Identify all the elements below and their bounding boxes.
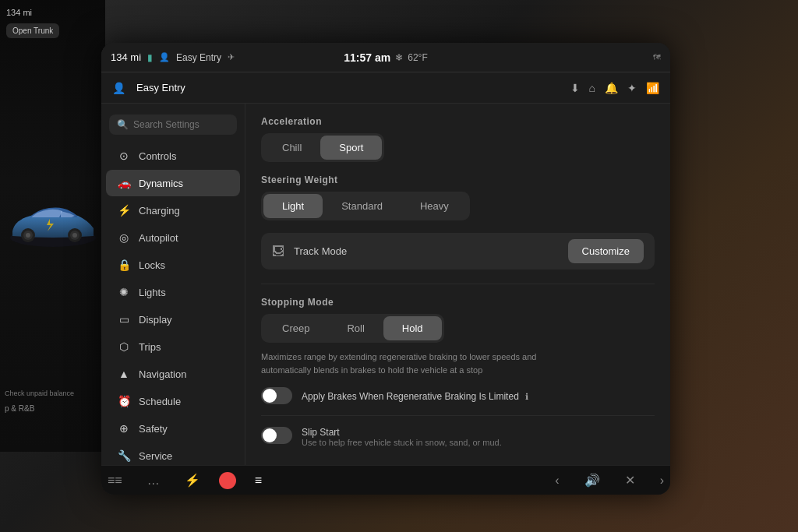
weather-icon: ❄ <box>395 52 403 63</box>
navigation-icon: ▲ <box>117 368 131 380</box>
sidebar-label-charging: Charging <box>139 205 180 217</box>
taskbar-prev-icon[interactable]: ‹ <box>549 470 565 491</box>
lights-icon: ✺ <box>117 286 131 298</box>
charging-icon: ⚡ <box>117 204 131 217</box>
nav-profile-icon: 👤 <box>112 82 125 94</box>
sidebar-label-autopilot: Autopilot <box>139 232 178 244</box>
search-bar[interactable]: 🔍 <box>109 115 237 135</box>
taskbar-next-icon[interactable]: › <box>654 470 670 491</box>
stopping-mode-label: Stopping Mode <box>261 297 655 308</box>
bell-icon[interactable]: 🔔 <box>605 82 618 94</box>
apply-brakes-row: Apply Brakes When Regenerative Braking I… <box>261 387 655 416</box>
check-balance-text: Check unpaid balance <box>5 389 74 397</box>
taskbar-dots-icon[interactable]: … <box>141 470 166 491</box>
download-icon[interactable]: ⬇ <box>570 82 580 94</box>
apply-brakes-label: Apply Brakes When Regenerative Braking I… <box>302 391 519 402</box>
acceleration-button-group: Chill Sport <box>261 133 384 162</box>
stopping-hold-button[interactable]: Hold <box>383 316 442 340</box>
divider-1 <box>261 284 655 284</box>
svg-point-6 <box>72 233 77 238</box>
slip-start-label: Slip Start <box>302 427 502 438</box>
sidebar-label-controls: Controls <box>139 150 176 162</box>
sidebar-item-service[interactable]: 🔧 Service <box>106 442 240 465</box>
locks-icon: 🔒 <box>117 259 131 271</box>
taskbar-grid-icon[interactable]: ≡ <box>249 470 268 491</box>
taskbar-media-icon[interactable]: ▶ <box>219 472 236 489</box>
sidebar: 🔍 ⊙ Controls 🚗 Dynamics ⚡ Charging ◎ Aut… <box>101 104 245 465</box>
sidebar-item-navigation[interactable]: ▲ Navigation <box>106 361 240 387</box>
car-mini-status: 134 mi <box>6 8 99 20</box>
info-icon[interactable]: ℹ <box>525 392 528 401</box>
taskbar-volume-icon[interactable]: 🔊 <box>578 470 606 491</box>
display-icon: ▭ <box>117 313 131 326</box>
sidebar-label-safety: Safety <box>139 423 168 435</box>
nav-icons: ⬇ ⌂ 🔔 ✦ 📶 <box>570 82 659 94</box>
taskbar-mute-icon[interactable]: ✕ <box>619 470 641 491</box>
status-bar: 134 mi ▮ 👤 Easy Entry ✈ 11:57 am ❄ 62°F … <box>101 43 670 72</box>
status-bar-center: 11:57 am ❄ 62°F <box>344 51 427 64</box>
home-icon[interactable]: ⌂ <box>589 82 595 94</box>
sidebar-item-display[interactable]: ▭ Display <box>106 306 240 333</box>
trips-icon: ⬡ <box>117 340 131 353</box>
sidebar-label-schedule: Schedule <box>139 396 181 407</box>
apply-brakes-label-container: Apply Brakes When Regenerative Braking I… <box>302 389 528 403</box>
open-trunk-button[interactable]: Open Trunk <box>6 23 59 38</box>
sidebar-label-dynamics: Dynamics <box>139 178 183 189</box>
taskbar-menu-icon[interactable]: ≡≡ <box>101 470 129 491</box>
car-display-area: 134 mi Open Trunk <box>0 0 105 452</box>
sidebar-label-trips: Trips <box>139 341 161 353</box>
sidebar-item-lights[interactable]: ✺ Lights <box>106 279 240 305</box>
sidebar-item-charging[interactable]: ⚡ Charging <box>106 197 240 224</box>
acceleration-label: Acceleration <box>261 116 655 127</box>
schedule-icon: ⏰ <box>117 395 131 407</box>
status-bar-left: 134 mi ▮ 👤 Easy Entry ✈ <box>111 51 337 63</box>
sidebar-item-autopilot[interactable]: ◎ Autopilot <box>106 224 240 251</box>
sidebar-item-dynamics[interactable]: 🚗 Dynamics <box>106 170 240 196</box>
steering-heavy-button[interactable]: Heavy <box>401 194 468 218</box>
track-mode-row: ⛾ Track Mode Customize <box>261 233 655 270</box>
sidebar-item-safety[interactable]: ⊕ Safety <box>106 415 240 442</box>
sidebar-item-schedule[interactable]: ⏰ Schedule <box>106 388 240 414</box>
safety-icon: ⊕ <box>117 422 131 435</box>
acceleration-sport-button[interactable]: Sport <box>320 136 382 160</box>
customize-button[interactable]: Customize <box>568 239 644 263</box>
sidebar-item-trips[interactable]: ⬡ Trips <box>106 333 240 360</box>
stopping-mode-description: Maximizes range by extending regenerativ… <box>261 351 542 376</box>
settings-panel: Acceleration Chill Sport Steering Weight… <box>245 104 670 465</box>
track-mode-icon: ⛾ <box>272 245 284 259</box>
main-screen: 134 mi ▮ 👤 Easy Entry ✈ 11:57 am ❄ 62°F … <box>101 43 670 495</box>
sidebar-item-locks[interactable]: 🔒 Locks <box>106 252 240 278</box>
search-icon: 🔍 <box>117 119 129 130</box>
sidebar-label-lights: Lights <box>139 287 166 298</box>
time-display: 11:57 am <box>344 51 390 64</box>
acceleration-chill-button[interactable]: Chill <box>263 136 320 160</box>
sidebar-label-display: Display <box>139 314 172 326</box>
stopping-roll-button[interactable]: Roll <box>328 316 383 340</box>
battery-display: 134 mi <box>6 8 99 17</box>
bluetooth-icon[interactable]: ✦ <box>627 82 637 94</box>
steering-standard-button[interactable]: Standard <box>323 194 401 218</box>
nav-title: Easy Entry <box>136 82 185 93</box>
map-area: 🗺 <box>653 53 661 62</box>
slip-start-toggle[interactable] <box>261 427 292 444</box>
search-input[interactable] <box>133 119 229 130</box>
steering-light-button[interactable]: Light <box>263 194 323 218</box>
taskbar: ≡≡ … ⚡ ▶ ≡ ‹ 🔊 ✕ › <box>101 465 670 495</box>
sidebar-label-service: Service <box>139 450 172 462</box>
track-mode-label: Track Mode <box>294 245 559 257</box>
nav-bar: 👤 Easy Entry ⬇ ⌂ 🔔 ✦ 📶 <box>101 72 670 104</box>
steering-weight-label: Steering Weight <box>261 174 655 185</box>
apply-brakes-toggle[interactable] <box>261 387 292 404</box>
sidebar-item-controls[interactable]: ⊙ Controls <box>106 143 240 169</box>
taskbar-lightning-icon[interactable]: ⚡ <box>178 470 207 491</box>
battery-level: 134 mi <box>111 51 141 63</box>
profile-label: Easy Entry <box>176 52 221 63</box>
service-icon: 🔧 <box>117 449 131 462</box>
stopping-creep-button[interactable]: Creep <box>263 316 328 340</box>
slip-start-label-container: Slip Start Use to help free vehicle stuc… <box>302 427 502 447</box>
sidebar-label-navigation: Navigation <box>139 368 186 380</box>
slip-start-description: Use to help free vehicle stuck in snow, … <box>302 438 502 447</box>
car-icon <box>6 199 100 253</box>
signal-icon[interactable]: 📶 <box>646 82 659 94</box>
svg-point-3 <box>26 233 30 238</box>
